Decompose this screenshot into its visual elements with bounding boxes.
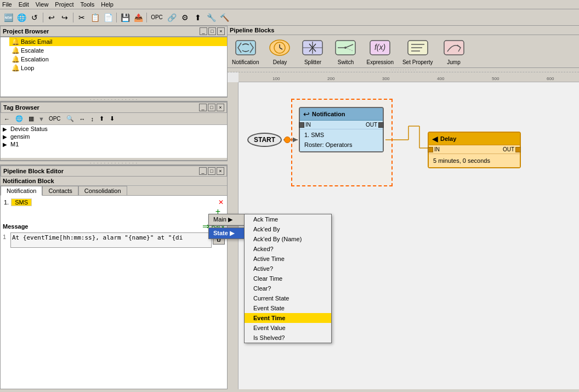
pipeline-toolbar: Notification Delay — [228, 35, 579, 68]
switch-block-icon — [333, 37, 357, 58]
tag-export-btn[interactable]: ⬇ — [107, 114, 117, 123]
tree-item-escalation[interactable]: 🔔 Escalation — [9, 55, 227, 64]
menu-acked-by[interactable]: Ack'ed By — [245, 224, 331, 234]
tag-table-btn[interactable]: ▦ — [26, 114, 36, 123]
state-menu-header[interactable]: State ▶ — [209, 228, 246, 238]
menu-file[interactable]: File — [2, 1, 12, 8]
block-btn-splitter[interactable]: Splitter — [300, 37, 325, 65]
block-btn-switch[interactable]: Switch — [333, 37, 357, 65]
notification-node[interactable]: ↩ Notification IN OUT — [299, 107, 384, 152]
connect-btn[interactable]: 🔗 — [166, 12, 178, 24]
menu-clear-time[interactable]: Clear Time — [245, 274, 331, 283]
menu-edit[interactable]: Edit — [19, 1, 29, 8]
publish-btn[interactable]: 📤 — [132, 12, 144, 24]
tab-notification[interactable]: Notification — [1, 186, 42, 196]
sep1 — [43, 13, 43, 22]
opc-btn[interactable]: OPC — [149, 12, 164, 24]
tab-contacts[interactable]: Contacts — [42, 186, 78, 195]
delay-node-title: Delay — [440, 135, 456, 142]
tag-browser-btns: _ □ × — [199, 104, 224, 111]
tree-item-escalate[interactable]: 🔔 Escalate — [9, 46, 227, 55]
menu-event-value[interactable]: Event Value — [245, 323, 331, 333]
editor-float-btn[interactable]: □ — [208, 167, 215, 175]
tag-minimize-btn[interactable]: _ — [199, 104, 207, 111]
menu-current-state[interactable]: Current State — [245, 293, 331, 303]
notif-sms-tag[interactable]: SMS — [11, 198, 32, 206]
block-btn-expression[interactable]: f(x) Expression — [366, 37, 393, 65]
message-textarea[interactable]: At {eventTime[hh:mm:ss}, alarm "{name}" … — [10, 232, 212, 248]
menu-active-time[interactable]: Active Time — [245, 254, 331, 264]
minimize-btn[interactable]: _ — [200, 27, 207, 35]
ruler-mark-500: 500 — [492, 76, 499, 81]
delay-node[interactable]: ◀ Delay IN OUT — [428, 132, 521, 168]
resize-handle-h[interactable]: · · · · · · · · · · · — [228, 68, 579, 72]
sep4 — [146, 13, 147, 22]
block-label-splitter: Splitter — [304, 59, 321, 65]
tree-item-basic-email[interactable]: 🔔 Basic Email — [9, 37, 227, 46]
tool1-btn[interactable]: 🔧 — [205, 12, 217, 24]
resize-dots-h: · · · · · · · · · · · — [390, 67, 416, 72]
editor-content: 1. SMS ✕ + Message ⇒ Back — [1, 196, 227, 389]
delay-node-body: IN OUT 5 minutes, 0 seconds — [429, 145, 520, 167]
block-btn-notification[interactable]: Notification — [232, 37, 259, 65]
redo-btn[interactable]: ↪ — [59, 12, 71, 24]
menu-view[interactable]: View — [36, 1, 49, 8]
menu-ack-time[interactable]: Ack Time — [245, 214, 331, 224]
menu-active[interactable]: Active? — [245, 264, 331, 274]
tag-filter-btn[interactable]: 🔍 — [64, 114, 76, 123]
close-btn[interactable]: × — [217, 27, 225, 35]
block-btn-jump[interactable]: Jump — [442, 37, 466, 65]
tag-item-gensim[interactable]: ▶ gensim — [1, 133, 227, 140]
tag-back-btn[interactable]: ← — [2, 115, 12, 123]
notif-node-title: Notification — [312, 111, 345, 117]
tab-consolidation[interactable]: Consolidation — [78, 186, 127, 195]
tag-item-m1[interactable]: ▶ M1 — [1, 140, 227, 148]
menu-clear[interactable]: Clear? — [245, 283, 331, 293]
float-btn[interactable]: □ — [208, 27, 216, 35]
import-btn[interactable]: ⬆ — [192, 12, 204, 24]
notif-add-row: + — [3, 207, 225, 217]
notif-close-btn[interactable]: ✕ — [218, 198, 224, 206]
open-btn[interactable]: 🌐 — [15, 12, 27, 24]
line-num: 1 — [3, 232, 9, 240]
delay-in-port: IN — [429, 146, 440, 152]
menu-acked-by-name[interactable]: Ack'ed By (Name) — [245, 234, 331, 244]
tag-import-btn[interactable]: ⬆ — [97, 114, 106, 123]
refresh-btn[interactable]: ↺ — [29, 12, 41, 24]
editor-close-btn[interactable]: × — [217, 167, 224, 175]
tag-toolbar: ← 🌐 ▦ ▼ OPC 🔍 ↔ ↕ ⬆ ⬇ — [1, 113, 227, 125]
copy-btn[interactable]: 📋 — [89, 12, 101, 24]
tool2-btn[interactable]: 🔨 — [218, 12, 230, 24]
menu-is-shelved[interactable]: Is Shelved? — [245, 333, 331, 343]
new-btn[interactable]: 🆕 — [2, 12, 14, 24]
tag-close-btn[interactable]: × — [217, 104, 224, 111]
tag-item-device-status[interactable]: ▶ Device Status — [1, 125, 227, 133]
resize-handle-2[interactable]: · · · · · · · · · · · · · · — [0, 161, 228, 165]
menu-project[interactable]: Project — [55, 1, 73, 8]
cut-btn[interactable]: ✂ — [76, 12, 88, 24]
tag-browser-header: Tag Browser _ □ × — [1, 102, 227, 113]
block-btn-setprop[interactable]: Set Property — [402, 37, 433, 65]
block-btn-delay[interactable]: Delay — [268, 37, 292, 65]
undo-btn[interactable]: ↩ — [46, 12, 58, 24]
tag-float-btn[interactable]: □ — [208, 104, 215, 111]
menu-acked[interactable]: Acked? — [245, 244, 331, 254]
menu-tools[interactable]: Tools — [81, 1, 95, 8]
notif-roster-display: Roster: Operators — [300, 140, 383, 151]
loop-icon: 🔔 — [12, 64, 20, 72]
settings-btn[interactable]: ⚙ — [179, 12, 191, 24]
start-node[interactable]: START — [247, 133, 291, 147]
tag-opc-btn[interactable]: OPC — [47, 115, 63, 123]
tag-home-btn[interactable]: 🌐 — [13, 114, 25, 123]
menu-event-state[interactable]: Event State — [245, 303, 331, 313]
editor-minimize-btn[interactable]: _ — [199, 167, 207, 175]
menu-event-time[interactable]: Event Time — [245, 313, 331, 323]
menu-help[interactable]: Help — [101, 1, 113, 8]
tag-expand-btn[interactable]: ↔ — [77, 115, 88, 123]
save-btn[interactable]: 💾 — [119, 12, 131, 24]
paste-btn[interactable]: 📄 — [102, 12, 114, 24]
main-menu-item[interactable]: Main ▶ — [209, 214, 246, 225]
tag-collapse-btn[interactable]: ↕ — [89, 115, 96, 123]
tree-item-loop[interactable]: 🔔 Loop — [9, 64, 227, 72]
resize-handle-1[interactable]: · · · · · · · · · · · · · · — [0, 97, 228, 101]
